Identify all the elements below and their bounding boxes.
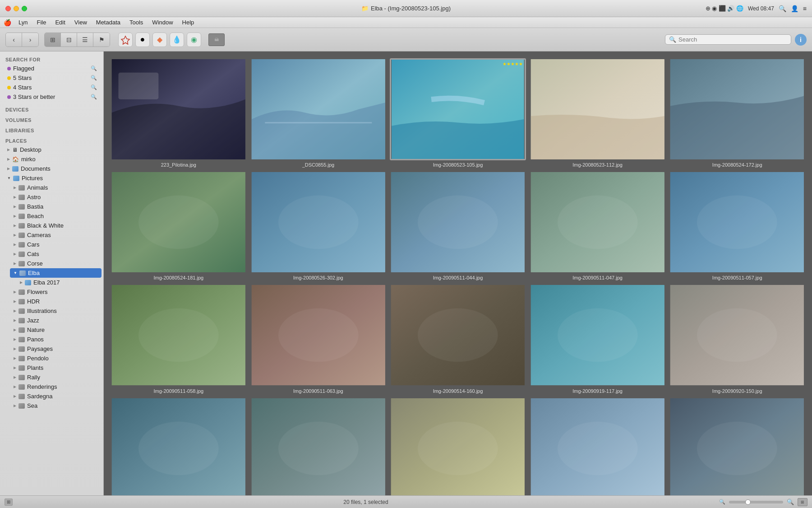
- search-icon-titlebar[interactable]: 🔍: [779, 5, 786, 12]
- title-text: Elba - (Img-20080523-105.jpg): [371, 5, 451, 12]
- volumes-header: VOLUMES: [0, 115, 103, 124]
- photo-item-16[interactable]: Img-20090920-152.jpg: [250, 397, 387, 495]
- zoom-thumb[interactable]: [745, 499, 751, 505]
- photo-item-13[interactable]: Img-20090919-117.jpg: [530, 284, 666, 393]
- svg-point-34: [558, 421, 638, 475]
- sidebar-item-pictures[interactable]: ▼ Pictures: [2, 173, 102, 183]
- sea-label: Sea: [27, 402, 37, 409]
- sidebar-item-cameras[interactable]: ▶ Cameras: [10, 230, 102, 240]
- search-icon-3stars[interactable]: 🔍: [91, 94, 97, 100]
- apple-menu[interactable]: 🍎: [4, 19, 11, 26]
- menu-edit[interactable]: Edit: [51, 18, 69, 27]
- photo-item-4[interactable]: Img-20080524-172.jpg: [669, 58, 805, 168]
- photo-item-9[interactable]: Img-20090511-057.jpg: [669, 171, 805, 280]
- sidebar-item-desktop[interactable]: ▶ 🖥 Desktop: [2, 145, 102, 154]
- sidebar-item-pendolo[interactable]: ▶ Pendolo: [10, 354, 102, 363]
- search-box: 🔍: [665, 34, 791, 45]
- sidebar-item-renderings[interactable]: ▶ Renderings: [10, 382, 102, 391]
- view-flag-button[interactable]: ⚑: [93, 33, 110, 47]
- info-button[interactable]: i: [795, 34, 807, 46]
- sidebar-item-cars[interactable]: ▶ Cars: [10, 240, 102, 249]
- search-input[interactable]: [678, 36, 787, 43]
- sidebar-item-nature[interactable]: ▶ Nature: [10, 325, 102, 335]
- sidebar-item-elba[interactable]: ▼ Elba: [10, 268, 102, 278]
- photo-item-2[interactable]: ★★★★★Img-20080523-105.jpg: [390, 58, 526, 168]
- sidebar-item-mirko[interactable]: ▶ 🏠 mirko: [2, 154, 102, 164]
- search-icon-flagged[interactable]: 🔍: [91, 65, 97, 71]
- photo-item-6[interactable]: Img-20080526-302.jpg: [250, 171, 387, 280]
- sidebar-item-paysages[interactable]: ▶ Paysages: [10, 344, 102, 354]
- sidebar-item-astro[interactable]: ▶ Astro: [10, 192, 102, 202]
- menu-window[interactable]: Window: [148, 18, 176, 27]
- app-icon-photos[interactable]: ◆: [152, 33, 167, 47]
- grid-view-button[interactable]: ⊞: [798, 498, 807, 506]
- menu-tools[interactable]: Tools: [126, 18, 147, 27]
- photo-thumb-3: [530, 58, 666, 160]
- photo-item-17[interactable]: Img-20090920-153.jpg: [390, 397, 526, 495]
- photo-item-7[interactable]: Img-20090511-044.jpg: [390, 171, 526, 280]
- sidebar-item-animals[interactable]: ▶ Animals: [10, 183, 102, 192]
- menu-lyn[interactable]: Lyn: [15, 18, 31, 27]
- menu-metadata[interactable]: Metadata: [92, 18, 124, 27]
- sidebar-item-flagged[interactable]: Flagged 🔍: [2, 64, 102, 73]
- menu-view[interactable]: View: [71, 18, 91, 27]
- photo-thumb-4: [669, 58, 805, 160]
- sidebar-item-panos[interactable]: ▶ Panos: [10, 335, 102, 344]
- photo-item-12[interactable]: Img-20090514-160.jpg: [390, 284, 526, 393]
- app-icon-dropbox[interactable]: 💧: [170, 33, 184, 47]
- photo-item-8[interactable]: Img-20090511-047.jpg: [530, 171, 666, 280]
- sidebar-item-4stars[interactable]: 4 Stars 🔍: [2, 83, 102, 92]
- sidebar-toggle-icon[interactable]: ⊞: [5, 499, 13, 506]
- photo-item-3[interactable]: Img-20080523-112.jpg: [530, 58, 666, 168]
- menu-help[interactable]: Help: [179, 18, 198, 27]
- nav-forward-button[interactable]: ›: [22, 33, 38, 47]
- photo-item-15[interactable]: Img-20090920-151.jpg: [111, 397, 247, 495]
- zoom-in-icon[interactable]: 🔍: [787, 499, 794, 505]
- sidebar-item-documents[interactable]: ▶ Documents: [2, 164, 102, 173]
- close-button[interactable]: [5, 6, 11, 11]
- photo-item-11[interactable]: Img-20090511-063.jpg: [250, 284, 387, 393]
- photo-item-1[interactable]: _DSC0855.jpg: [250, 58, 387, 168]
- sidebar-item-cats[interactable]: ▶ Cats: [10, 249, 102, 259]
- sidebar-item-5stars[interactable]: 5 Stars 🔍: [2, 73, 102, 83]
- sidebar-item-sea[interactable]: ▶ Sea: [10, 401, 102, 410]
- zoom-out-icon[interactable]: 🔍: [719, 499, 725, 505]
- sidebar-item-corse[interactable]: ▶ Corse: [10, 259, 102, 268]
- nav-back-button[interactable]: ‹: [6, 33, 22, 47]
- sidebar-item-rally[interactable]: ▶ Rally: [10, 373, 102, 382]
- sidebar-item-sardegna[interactable]: ▶ Sardegna: [10, 391, 102, 401]
- app-icon-flickr[interactable]: ●: [135, 33, 150, 47]
- app-icon-1[interactable]: [118, 33, 133, 47]
- sidebar-item-beach[interactable]: ▶ Beach: [10, 211, 102, 221]
- maximize-button[interactable]: [22, 6, 27, 11]
- photo-item-14[interactable]: Img-20090920-150.jpg: [669, 284, 805, 393]
- photo-item-5[interactable]: Img-20080524-181.jpg: [111, 171, 247, 280]
- search-icon-4stars[interactable]: 🔍: [91, 84, 97, 90]
- sidebar-item-illustrations[interactable]: ▶ Illustrations: [10, 306, 102, 316]
- photo-item-0[interactable]: 223_Pilotina.jpg: [111, 58, 247, 168]
- nature-triangle: ▶: [14, 328, 16, 332]
- sidebar-item-hdr[interactable]: ▶ HDR: [10, 297, 102, 306]
- sidebar-item-bastia[interactable]: ▶ Bastia: [10, 202, 102, 211]
- view-list-button[interactable]: ☰: [77, 33, 93, 47]
- sidebar-item-elba2017[interactable]: ▶ Elba 2017: [10, 278, 102, 287]
- nav-buttons: ‹ ›: [5, 33, 39, 47]
- sidebar-item-blackwhite[interactable]: ▶ Black & White: [10, 221, 102, 230]
- photo-item-19[interactable]: Img-20090920-155.jpg: [669, 397, 805, 495]
- zoom-slider[interactable]: [729, 501, 783, 503]
- menu-file[interactable]: File: [33, 18, 50, 27]
- view-grid-button[interactable]: ⊞: [45, 33, 61, 47]
- sidebar-item-jazz[interactable]: ▶ Jazz: [10, 316, 102, 325]
- app-icon-extra[interactable]: ◉: [187, 33, 201, 47]
- menu-icon[interactable]: ≡: [803, 5, 807, 12]
- sidebar-item-plants[interactable]: ▶ Plants: [10, 363, 102, 373]
- sidebar-item-3stars[interactable]: 3 Stars or better 🔍: [2, 92, 102, 102]
- rally-icon: [18, 375, 25, 380]
- sidebar-item-flowers[interactable]: ▶ Flowers: [10, 287, 102, 297]
- search-icon-5stars[interactable]: 🔍: [91, 75, 97, 81]
- minimize-button[interactable]: [14, 6, 19, 11]
- view-compare-button[interactable]: ⊟: [61, 33, 77, 47]
- photo-thumb-9: [669, 171, 805, 273]
- photo-item-10[interactable]: Img-20090511-058.jpg: [111, 284, 247, 393]
- photo-item-18[interactable]: Img-20090920-154.jpg: [530, 397, 666, 495]
